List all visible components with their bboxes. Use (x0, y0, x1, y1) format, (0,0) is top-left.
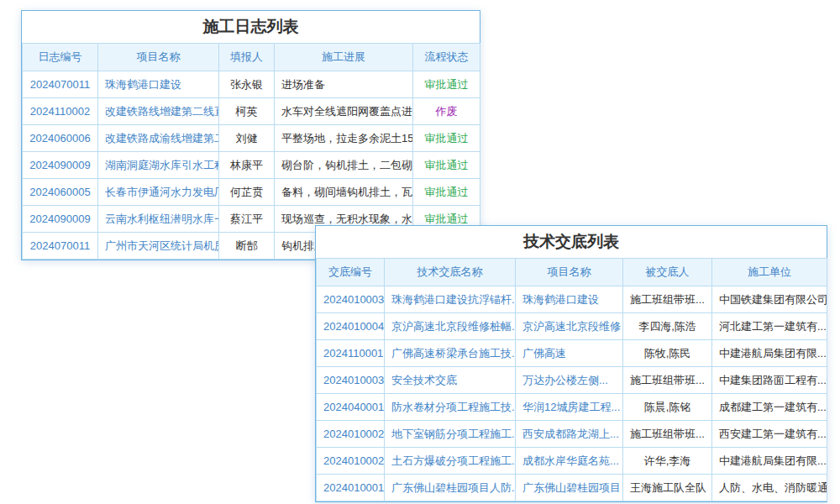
table-row[interactable]: 2024010003珠海鹤港口建设抗浮锚杆...珠海鹤港口建设施工班组带班...… (317, 286, 827, 313)
cell-link[interactable]: 云南水利枢纽潜明水库一... (98, 206, 219, 233)
column-header: 项目名称 (98, 44, 219, 71)
column-header: 施工进展 (275, 44, 413, 71)
status-badge: 审批通过 (413, 71, 480, 98)
table-cell: 断郜 (219, 233, 275, 260)
column-header: 项目名称 (516, 259, 623, 286)
cell-link[interactable]: 2024110001 (317, 340, 385, 367)
table-cell: 中建集团路面工程有... (712, 367, 827, 394)
column-header: 技术交底名称 (385, 259, 516, 286)
cell-link[interactable]: 湖南洞庭湖水库引水工程... (98, 152, 219, 179)
cell-link[interactable]: 西安成都路龙湖上... (516, 421, 623, 448)
cell-link[interactable]: 珠海鹤港口建设 (516, 286, 623, 313)
table-cell: 施工班组带班... (623, 421, 712, 448)
table-cell: 备料，砌间墙钩机排土，瓦... (275, 179, 413, 206)
table-row[interactable]: 2024010004京沪高速北京段维修桩幅...京沪高速北京段维修李四海,陈浩河… (317, 313, 827, 340)
table-cell: 平整场地，拉走多余泥土15... (275, 125, 413, 152)
cell-link[interactable]: 2024090009 (23, 152, 98, 179)
technical-disclosure-panel-title: 技术交底列表 (316, 226, 827, 258)
cell-link[interactable]: 2024010004 (317, 313, 385, 340)
table-cell: 水车对全线遮阳网覆盖点进... (275, 98, 413, 125)
column-header: 被交底人 (623, 259, 712, 286)
cell-link[interactable]: 万达办公楼左侧... (516, 367, 623, 394)
table-row[interactable]: 2024090009湖南洞庭湖水库引水工程...林康平砌台阶，钩机排土，二包砌.… (23, 152, 480, 179)
status-badge: 审批通过 (413, 179, 480, 206)
table-cell: 陈牧,陈民 (623, 340, 712, 367)
table-row[interactable]: 2024070011珠海鹤港口建设张永银进场准备审批通过 (23, 71, 480, 98)
technical-disclosure-panel: 技术交底列表 交底编号技术交底名称项目名称被交底人施工单位2024010003珠… (315, 225, 827, 502)
table-row[interactable]: 2024010002地下室钢筋分项工程施工...西安成都路龙湖上...施工班组带… (317, 421, 827, 448)
cell-link[interactable]: 2024060006 (23, 125, 98, 152)
table-cell: 进场准备 (275, 71, 413, 98)
cell-link[interactable]: 2024010002 (317, 421, 385, 448)
cell-link[interactable]: 2024010002 (317, 448, 385, 475)
table-cell: 施工班组带班... (623, 367, 712, 394)
table-row[interactable]: 2024040001防水卷材分项工程施工技...华润12城房建工程...陈晨,陈… (317, 394, 827, 421)
cell-link[interactable]: 广州市天河区统计局机房... (98, 233, 219, 260)
table-cell: 林康平 (219, 152, 275, 179)
cell-link[interactable]: 华润12城房建工程... (516, 394, 623, 421)
table-cell: 许华,李海 (623, 448, 712, 475)
table-row[interactable]: 2024010001广东佛山碧桂园项目人防...广东佛山碧桂园项目王海施工队全队… (317, 475, 827, 501)
cell-link[interactable]: 广东佛山碧桂园项目 (516, 475, 623, 501)
construction-log-panel: 施工日志列表 日志编号项目名称填报人施工进展流程状态2024070011珠海鹤港… (21, 10, 480, 260)
technical-disclosure-table: 交底编号技术交底名称项目名称被交底人施工单位2024010003珠海鹤港口建设抗… (316, 258, 827, 501)
table-cell: 砌台阶，钩机排土，二包砌... (275, 152, 413, 179)
table-cell: 陈晨,陈铭 (623, 394, 712, 421)
cell-link[interactable]: 2024010003 (317, 367, 385, 394)
column-header: 施工单位 (712, 259, 827, 286)
table-row[interactable]: 2024060005长春市伊通河水力发电厂...何芷贲备料，砌间墙钩机排土，瓦.… (23, 179, 480, 206)
cell-link[interactable]: 改建铁路成渝线增建第二... (98, 125, 219, 152)
table-header-row: 日志编号项目名称填报人施工进展流程状态 (23, 44, 480, 71)
table-cell: 张永银 (219, 71, 275, 98)
cell-link[interactable]: 珠海鹤港口建设 (98, 71, 219, 98)
cell-link[interactable]: 2024060005 (23, 179, 98, 206)
table-cell: 施工班组带班... (623, 286, 712, 313)
cell-link[interactable]: 广佛高速 (516, 340, 623, 367)
construction-log-panel-title: 施工日志列表 (22, 11, 480, 43)
cell-link[interactable]: 2024070011 (23, 233, 98, 260)
table-cell: 河北建工第一建筑有... (712, 313, 827, 340)
cell-link[interactable]: 京沪高速北京段维修桩幅... (385, 313, 516, 340)
table-cell: 西安建工第一建筑有... (712, 421, 827, 448)
table-row[interactable]: 2024110002改建铁路线增建第二线直...柯英水车对全线遮阳网覆盖点进..… (23, 98, 480, 125)
cell-link[interactable]: 2024010001 (317, 475, 385, 501)
table-cell: 人防、水电、消防暖通... (712, 475, 827, 501)
status-badge: 审批通过 (413, 152, 480, 179)
cell-link[interactable]: 改建铁路线增建第二线直... (98, 98, 219, 125)
table-cell: 何芷贲 (219, 179, 275, 206)
cell-link[interactable]: 2024070011 (23, 71, 98, 98)
table-cell: 刘健 (219, 125, 275, 152)
column-header: 交底编号 (317, 259, 385, 286)
cell-link[interactable]: 2024090009 (23, 206, 98, 233)
cell-link[interactable]: 2024110002 (23, 98, 98, 125)
cell-link[interactable]: 广东佛山碧桂园项目人防... (385, 475, 516, 501)
table-row[interactable]: 2024010003安全技术交底万达办公楼左侧...施工班组带班...中建集团路… (317, 367, 827, 394)
status-badge: 审批通过 (413, 125, 480, 152)
cell-link[interactable]: 2024010003 (317, 286, 385, 313)
table-row[interactable]: 2024010002土石方爆破分项工程施工...成都水岸华庭名苑...许华,李海… (317, 448, 827, 475)
column-header: 填报人 (219, 44, 275, 71)
table-header-row: 交底编号技术交底名称项目名称被交底人施工单位 (317, 259, 827, 286)
cell-link[interactable]: 安全技术交底 (385, 367, 516, 394)
table-cell: 中建港航局集团有限... (712, 448, 827, 475)
table-cell: 蔡江平 (219, 206, 275, 233)
table-row[interactable]: 2024060006改建铁路成渝线增建第二...刘健平整场地，拉走多余泥土15.… (23, 125, 480, 152)
column-header: 日志编号 (23, 44, 98, 71)
cell-link[interactable]: 土石方爆破分项工程施工... (385, 448, 516, 475)
cell-link[interactable]: 长春市伊通河水力发电厂... (98, 179, 219, 206)
table-cell: 中建港航局集团有限... (712, 340, 827, 367)
table-cell: 李四海,陈浩 (623, 313, 712, 340)
table-cell: 成都建工第一建筑有... (712, 394, 827, 421)
table-row[interactable]: 2024110001广佛高速桥梁承台施工技...广佛高速陈牧,陈民中建港航局集团… (317, 340, 827, 367)
cell-link[interactable]: 京沪高速北京段维修 (516, 313, 623, 340)
cell-link[interactable]: 地下室钢筋分项工程施工... (385, 421, 516, 448)
cell-link[interactable]: 防水卷材分项工程施工技... (385, 394, 516, 421)
table-cell: 柯英 (219, 98, 275, 125)
cell-link[interactable]: 珠海鹤港口建设抗浮锚杆... (385, 286, 516, 313)
cell-link[interactable]: 成都水岸华庭名苑... (516, 448, 623, 475)
status-badge: 作废 (413, 98, 480, 125)
cell-link[interactable]: 广佛高速桥梁承台施工技... (385, 340, 516, 367)
cell-link[interactable]: 2024040001 (317, 394, 385, 421)
table-cell: 中国铁建集团有限公司 (712, 286, 827, 313)
table-cell: 王海施工队全队 (623, 475, 712, 501)
